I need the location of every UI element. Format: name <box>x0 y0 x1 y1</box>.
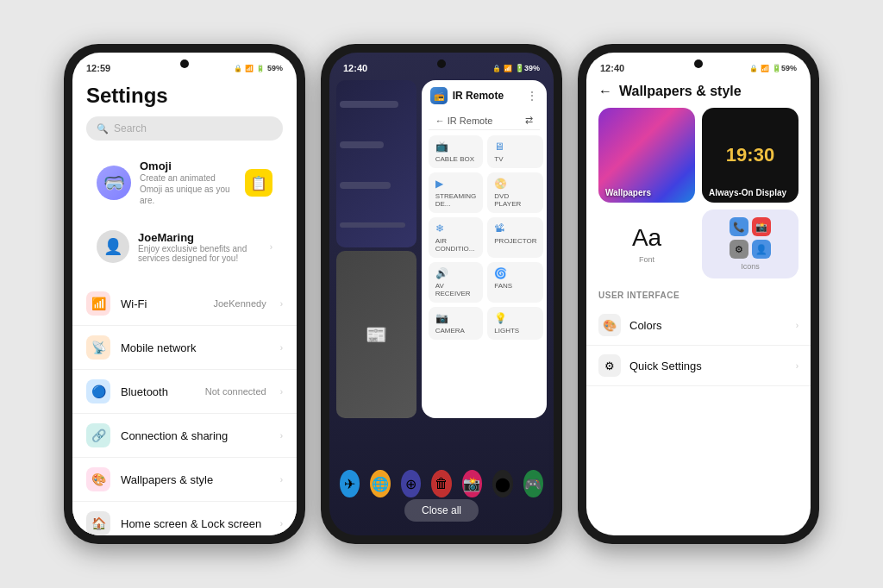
settings-item-homescreen[interactable]: 🏠 Home screen & Lock screen › <box>72 502 297 535</box>
icons-card-label: Icons <box>741 262 760 271</box>
mobile-label: Mobile network <box>121 341 270 354</box>
ir-grid: 📺 CABLE BOX 🖥 TV ▶ STREAMING DE... <box>429 135 540 340</box>
omoji-action-icon: 📋 <box>245 169 272 197</box>
quick-settings-chevron: › <box>796 361 798 371</box>
colors-item[interactable]: 🎨 Colors › <box>586 305 811 346</box>
clock-time: 19:30 <box>726 144 774 166</box>
mobile-icon: 📡 <box>86 335 110 360</box>
camera-notch-3 <box>694 59 703 68</box>
dock-row: ✈ 🌐 ⊕ 🗑 📸 ⬤ 🎮 <box>329 470 554 497</box>
close-all-button[interactable]: Close all <box>404 499 479 522</box>
ir-item-camera[interactable]: 📷 CAMERA <box>429 307 484 340</box>
icon-preview-phone: 📞 <box>730 217 748 236</box>
phone2-screen: 12:40 🔒 📶 🔋39% <box>329 53 554 535</box>
search-bar[interactable]: 🔍 Search <box>86 116 283 141</box>
wifi-label: Wi-Fi <box>121 297 203 310</box>
quick-settings-item[interactable]: ⚙ Quick Settings › <box>586 346 811 386</box>
app-card-title-row: 📻 IR Remote <box>430 87 504 104</box>
dock-icon-threads[interactable]: ⊕ <box>401 470 421 497</box>
homescreen-label: Home screen & Lock screen <box>121 517 270 530</box>
homescreen-chevron: › <box>280 519 283 529</box>
ir-item-av[interactable]: 🔊 AV RECEIVER <box>429 262 484 303</box>
dock-icon-telegram[interactable]: ✈ <box>340 470 360 497</box>
app-card-header: 📻 IR Remote ⋮ <box>422 80 547 111</box>
joe-subtitle: Enjoy exclusive benefits and services de… <box>138 244 261 263</box>
dock-icon-chrome[interactable]: 🌐 <box>370 470 390 497</box>
app-card-menu-icon[interactable]: ⋮ <box>526 89 538 103</box>
icon-preview-camera: 📸 <box>752 217 771 236</box>
ir-item-cablebox[interactable]: 📺 CABLE BOX <box>429 135 484 168</box>
dock-icon-trash[interactable]: 🗑 <box>431 470 451 497</box>
icon-preview-contacts: 👤 <box>752 240 771 259</box>
camera-icon: 📷 <box>435 312 448 324</box>
quick-settings-icon: ⚙ <box>598 354 621 377</box>
bluetooth-label: Bluetooth <box>121 385 195 398</box>
ir-item-lights[interactable]: 💡 LIGHTS <box>487 307 543 340</box>
camera-notch-2 <box>437 59 446 68</box>
font-display: Aa <box>632 224 661 252</box>
bluetooth-chevron: › <box>280 387 283 397</box>
time-2: 12:40 <box>343 63 367 73</box>
phones-container: 12:59 🔒 📶 🔋 59% Settings 🔍 Search 🥽 Omoj <box>0 0 883 588</box>
settings-item-bluetooth[interactable]: 🔵 Bluetooth Not connected › <box>72 370 297 414</box>
camera-notch <box>180 59 189 68</box>
ir-item-tv[interactable]: 🖥 TV <box>487 135 543 168</box>
dvd-icon: 📀 <box>494 178 507 190</box>
omoji-card[interactable]: 🥽 Omoji Create an animated Omoji as uniq… <box>86 151 283 215</box>
aod-card[interactable]: 19:30 Always-On Display <box>702 108 798 203</box>
connection-chevron: › <box>280 431 283 441</box>
ir-item-projector[interactable]: 📽 PROJECTOR <box>487 217 543 258</box>
fans-icon: 🌀 <box>494 267 507 279</box>
settings-item-wifi[interactable]: 📶 Wi-Fi JoeKennedy › <box>72 282 297 326</box>
icons-preview-grid: 📞 📸 ⚙ 👤 <box>730 217 771 259</box>
ir-item-streaming[interactable]: ▶ STREAMING DE... <box>429 172 484 213</box>
joe-chevron: › <box>270 242 272 252</box>
projector-icon: 📽 <box>494 222 504 235</box>
joe-text: JoeMaring Enjoy exclusive benefits and s… <box>138 231 261 263</box>
search-placeholder: Search <box>114 122 147 134</box>
wallpaper-header: ← Wallpapers & style <box>586 77 811 108</box>
streaming-icon: ▶ <box>435 178 443 190</box>
settings-item-wallpaper[interactable]: 🎨 Wallpapers & style › <box>72 458 297 502</box>
wallpaper-chevron: › <box>280 475 283 485</box>
app-card-content: ← IR Remote ⇄ 📺 CABLE BOX 🖥 TV <box>422 111 547 347</box>
wifi-chevron: › <box>280 299 283 309</box>
dock-icon-game[interactable]: 🎮 <box>523 470 543 497</box>
clock-display: 19:30 <box>726 144 774 166</box>
ir-item-ac[interactable]: ❄ AIR CONDITIO... <box>429 217 484 258</box>
ir-item-dvd[interactable]: 📀 DVD PLAYER <box>487 172 543 213</box>
joe-name: JoeMaring <box>138 231 261 244</box>
ir-back[interactable]: ← IR Remote <box>435 116 493 126</box>
ir-remote-nav: ← IR Remote ⇄ <box>429 111 540 130</box>
status-icons-1: 🔒 📶 🔋 59% <box>234 64 283 72</box>
settings-list: 📶 Wi-Fi JoeKennedy › 📡 Mobile network › … <box>72 278 297 535</box>
settings-item-connection[interactable]: 🔗 Connection & sharing › <box>72 414 297 458</box>
bluetooth-icon: 🔵 <box>86 379 110 403</box>
cablebox-icon: 📺 <box>435 141 448 153</box>
homescreen-icon: 🏠 <box>86 511 110 535</box>
wallpaper-card[interactable]: Wallpapers <box>598 108 695 203</box>
settings-item-mobile[interactable]: 📡 Mobile network › <box>72 326 297 370</box>
phone1-screen: 12:59 🔒 📶 🔋 59% Settings 🔍 Search 🥽 Omoj <box>72 53 297 535</box>
colors-icon: 🎨 <box>598 314 621 336</box>
wallpaper-icon: 🎨 <box>86 467 110 491</box>
settings-title: Settings <box>72 77 297 116</box>
back-button[interactable]: ← <box>598 84 612 99</box>
wallpaper-card-label: Wallpapers <box>605 188 651 197</box>
dock-icon-instagram[interactable]: 📸 <box>462 470 482 497</box>
font-card[interactable]: Aa Font <box>598 210 695 278</box>
wifi-icon: 📶 <box>86 291 110 316</box>
joe-avatar: 👤 <box>97 230 129 263</box>
icons-card[interactable]: 📞 📸 ⚙ 👤 Icons <box>702 210 798 278</box>
colors-label: Colors <box>629 319 787 332</box>
omoji-subtitle: Create an animated Omoji as unique as yo… <box>140 172 236 206</box>
joe-card[interactable]: 👤 JoeMaring Enjoy exclusive benefits and… <box>86 222 283 272</box>
app-card-icon: 📻 <box>430 87 448 104</box>
icon-preview-settings: ⚙ <box>730 240 748 259</box>
ir-expand-icon[interactable]: ⇄ <box>525 115 533 126</box>
omoji-avatar: 🥽 <box>97 166 131 200</box>
close-all-wrapper: Close all <box>404 499 479 522</box>
dock-icon-circle[interactable]: ⬤ <box>492 470 512 497</box>
wallpaper-label: Wallpapers & style <box>121 473 270 486</box>
ir-item-fans[interactable]: 🌀 FANS <box>487 262 543 303</box>
